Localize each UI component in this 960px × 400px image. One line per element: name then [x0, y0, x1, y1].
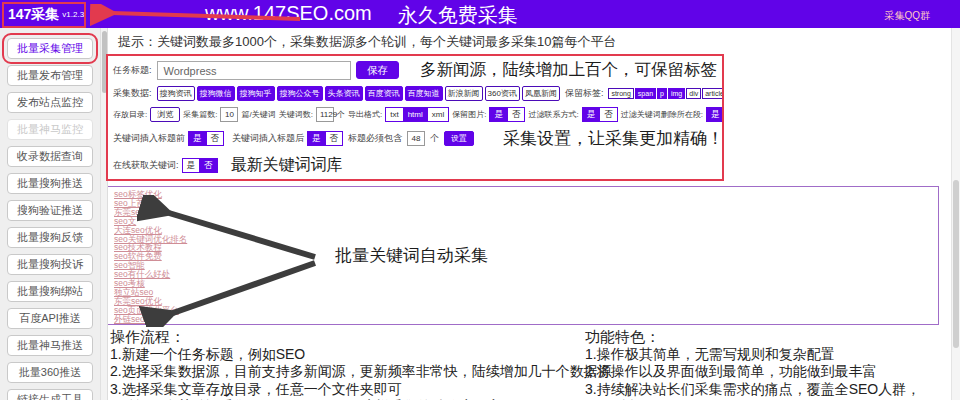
toggle-label: 在线获取关键词: [113, 159, 179, 172]
feature-list-title: 功能特色： [585, 328, 947, 346]
form-row-task: 任务标题: Wordpress 保存 多新闻源，陆续增加上百个，可保留标签 [113, 59, 717, 81]
pieces-label: 采集篇数: [183, 109, 217, 120]
filter-toggle: 过滤联系方式: 是 否 [528, 107, 617, 122]
sidebar-item[interactable]: 批量搜狗反馈 [7, 227, 93, 248]
browse-button[interactable]: 浏览 [150, 107, 180, 122]
sidebar-item[interactable]: 链接生成工具 [7, 389, 93, 400]
data-source-button[interactable]: 搜狗资讯 [157, 86, 195, 101]
keep-tag-button[interactable]: img [668, 88, 685, 99]
operation-step-line: 2.选择采集数据源，目前支持多新闻源，更新频率非常快，陆续增加几十个数据源 [110, 363, 612, 381]
form-row-options: 存放目录: 浏览 采集篇数: 10 篇/关键词 关键词数: 1129 个 导出格… [113, 107, 717, 122]
toggle-label: 过滤关键词删除所在段: [621, 109, 703, 120]
keep-tag-button[interactable]: span [635, 88, 656, 99]
sidebar-item[interactable]: 批量神马监控 [7, 119, 93, 140]
toggle-option-no[interactable]: 否 [508, 107, 526, 122]
qq-group-link[interactable]: 采集QQ群 [884, 9, 930, 23]
toggle-label: 保留图片: [452, 109, 486, 120]
form-row-online: 在线获取关键词: 是 否 最新关键词词库 [113, 155, 717, 176]
toggle-option-no[interactable]: 否 [600, 107, 618, 122]
sidebar-item[interactable]: 搜狗验证推送 [7, 200, 93, 221]
sidebar-item[interactable]: 批量神马推送 [7, 335, 93, 356]
keyword-panel-annotation: 批量关键词自动采集 [335, 244, 488, 267]
title-contain-suffix: 个 [430, 132, 439, 145]
filter-toggle: 过滤关键词删除所在段: 是 否 [621, 107, 724, 122]
settings-button[interactable]: 设置 [444, 131, 474, 146]
data-source-button[interactable]: 360资讯 [485, 86, 520, 101]
toggle-option-yes[interactable]: 是 [706, 107, 724, 122]
sidebar-item[interactable]: 百度API推送 [7, 308, 93, 329]
sidebar-item[interactable]: 批量发布管理 [7, 65, 93, 86]
save-button[interactable]: 保存 [356, 61, 399, 79]
yes-no-pair: 是 否 [307, 131, 343, 146]
directory-label: 存放目录: [113, 109, 147, 120]
sidebar-item[interactable]: 发布站点监控 [7, 92, 93, 113]
sidebar-item[interactable]: 批量搜狗推送 [7, 173, 93, 194]
toggle-option-yes[interactable]: 是 [188, 131, 207, 146]
keep-tags-label: 保留标签: [565, 87, 604, 100]
sidebar-item[interactable]: 批量360推送 [7, 362, 93, 383]
task-title-label: 任务标题: [113, 64, 152, 77]
data-source-button[interactable]: 新浪新闻 [445, 86, 483, 101]
data-source-button[interactable]: 搜狗知乎 [237, 86, 275, 101]
sidebar: 批量采集管理批量发布管理发布站点监控批量神马监控收录数据查询批量搜狗推送搜狗验证… [0, 28, 100, 400]
feature-items: 1.操作极其简单，无需写规则和复杂配置2.将操作以及界面做到最简单，功能做到最丰… [585, 346, 947, 400]
keyword-count-input[interactable]: 1129 [316, 107, 334, 122]
header-bar: 147采集v1.2.3 www.147SEO.com 永久免费采集 采集QQ群 [0, 0, 960, 28]
keyword-annotation-arrows-icon [137, 195, 347, 327]
filter-toggle-list: 保留图片: 是 否 过滤联系方式: 是 否 过滤关键词删除所在段: 是 [452, 107, 724, 122]
toggle-option-no[interactable]: 否 [207, 131, 225, 146]
pieces-suffix: 篇/关键词 [241, 109, 275, 120]
sidebar-item[interactable]: 批量采集管理 [7, 38, 93, 59]
app-logo: 147采集v1.2.3 [8, 5, 84, 24]
toggle-option-no[interactable]: 否 [326, 131, 344, 146]
export-format-button[interactable]: xml [428, 107, 449, 122]
data-source-button[interactable]: 头条资讯 [325, 86, 363, 101]
keep-tag-button[interactable]: div [686, 88, 701, 99]
toggle-label: 关键词插入标题前 [113, 132, 185, 145]
feature-line: 3.持续解决站长们采集需求的痛点，覆盖全SEO人群，SEO功能 [585, 381, 947, 400]
data-source-button[interactable]: 百度知道 [405, 86, 443, 101]
online-keyword-toggle: 在线获取关键词: 是 否 [113, 158, 218, 173]
keyword-count-suffix: 个 [337, 109, 345, 120]
sidebar-item[interactable]: 收录数据查询 [7, 146, 93, 167]
operation-steps-list: 1.新建一个任务标题，例如SEO2.选择采集数据源，目前支持多新闻源，更新频率非… [110, 346, 612, 400]
yes-no-pair: 是 否 [182, 158, 218, 173]
export-format-button[interactable]: html [404, 107, 428, 122]
operation-steps: 操作流程： 1.新建一个任务标题，例如SEO2.选择采集数据源，目前支持多新闻源… [110, 328, 612, 400]
toggle-option-yes[interactable]: 是 [182, 158, 201, 173]
page-scrollbar-thumb[interactable] [953, 180, 959, 348]
toggle-option-yes[interactable]: 是 [307, 131, 326, 146]
pieces-input[interactable]: 10 [220, 107, 238, 122]
app-version: v1.2.3 [62, 10, 84, 19]
keyword-panel: seo标签优化seo上首页东莞seoseo文大连seo优化seo关键词优化排名s… [106, 186, 939, 325]
title-contain-label: 标题必须包含 [348, 132, 402, 145]
keep-tag-button[interactable]: article [702, 88, 724, 99]
title-toggle-list: 关键词插入标题前 是 否 关键词插入标题后 是 否 [113, 131, 343, 146]
sidebar-item[interactable]: 批量搜狗绑站 [7, 281, 93, 302]
data-source-button[interactable]: 搜狗公众号 [277, 86, 323, 101]
feature-line: 2.将操作以及界面做到最简单，功能做到最丰富 [585, 363, 947, 381]
keep-tag-button[interactable]: p [657, 88, 667, 99]
toggle-option-no[interactable]: 否 [200, 158, 218, 173]
data-source-button[interactable]: 搜狗微信 [197, 86, 235, 101]
task-title-input[interactable]: Wordpress [157, 61, 351, 80]
page-scrollbar[interactable] [951, 28, 960, 400]
feature-line: 1.操作极其简单，无需写规则和复杂配置 [585, 346, 947, 364]
yes-no-pair: 是 否 [489, 107, 525, 122]
data-source-button[interactable]: 百度资讯 [365, 86, 403, 101]
sidebar-item[interactable]: 批量搜狗投诉 [7, 254, 93, 275]
tip-text: 提示：关键词数最多1000个，采集数据源多个轮训，每个关键词最多采集10篇每个平… [118, 33, 616, 51]
keep-tag-button[interactable]: strong [608, 88, 633, 99]
title-contain-input[interactable]: 48 [407, 131, 425, 146]
keyword-library-annotation: 最新关键词词库 [231, 155, 343, 176]
title-toggle: 关键词插入标题前 是 否 [113, 131, 224, 146]
data-sources-label: 采集数据: [113, 87, 152, 100]
app-logo-text: 147采集 [8, 6, 59, 22]
export-format-button[interactable]: txt [385, 107, 403, 122]
toggle-option-yes[interactable]: 是 [582, 107, 601, 122]
sources-annotation: 多新闻源，陆续增加上百个，可保留标签 [420, 59, 717, 81]
export-format-list: txthtmlxml [385, 107, 449, 122]
toggle-option-yes[interactable]: 是 [489, 107, 508, 122]
operation-step-line: 3.选择采集文章存放目录，任意一个文件夹即可 [110, 381, 612, 399]
data-source-button[interactable]: 凤凰新闻 [522, 86, 560, 101]
